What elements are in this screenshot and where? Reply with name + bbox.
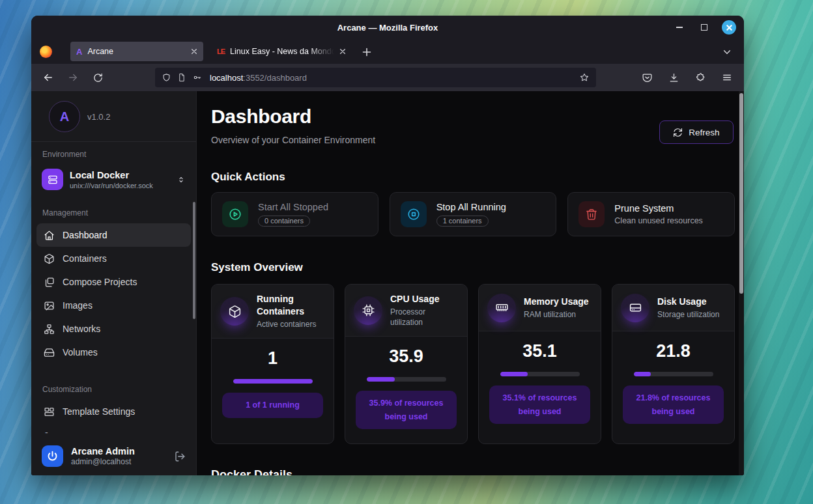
url-host: localhost	[210, 73, 243, 83]
desktop-wallpaper: Arcane — Mozilla Firefox A Arcane	[0, 0, 813, 504]
tab-close-icon[interactable]	[191, 48, 197, 55]
minimize-button[interactable]	[672, 20, 687, 35]
forward-button[interactable]	[65, 70, 81, 85]
stat-value: 1	[268, 348, 278, 369]
arcane-favicon-icon: A	[76, 48, 82, 56]
sidebar-item-compose-projects[interactable]: Compose Projects	[36, 270, 191, 294]
tab-close-icon[interactable]	[339, 48, 346, 55]
stat-pill: 21.8% of resources being used	[623, 385, 724, 424]
back-button[interactable]	[40, 70, 56, 85]
management-section-label: Management	[31, 201, 196, 223]
window-titlebar: Arcane — Mozilla Firefox	[31, 16, 744, 39]
arrow-right-icon	[67, 72, 79, 83]
stat-subtitle: Active containers	[257, 319, 325, 329]
stop-all-running-button[interactable]: Stop All Running 1 containers	[390, 192, 557, 236]
sidebar-item-volumes[interactable]: Volumes	[36, 341, 191, 364]
refresh-icon	[673, 128, 683, 137]
sidebar-item-template-settings[interactable]: Template Settings	[36, 400, 191, 423]
refresh-button[interactable]: Refresh	[659, 120, 734, 144]
chevrons-up-down-icon	[177, 175, 188, 184]
box-icon	[220, 297, 249, 326]
sidebar-item-label: Containers	[63, 253, 107, 264]
start-all-stopped-button[interactable]: Start All Stopped 0 containers	[211, 192, 378, 236]
quick-actions-heading: Quick Actions	[211, 171, 735, 184]
url-bar[interactable]: localhost:3552/dashboard	[155, 68, 596, 87]
user-info: Arcane Admin admin@localhost	[71, 446, 166, 466]
progress-fill	[634, 372, 651, 376]
stat-titles: CPU Usage Processor utilization	[390, 293, 459, 328]
sidebar-item-label: Compose Projects	[63, 277, 137, 287]
cpu-icon	[354, 296, 382, 325]
quick-actions-row: Start All Stopped 0 containers Stop All …	[211, 192, 735, 236]
stat-pill: 35.9% of resources being used	[356, 391, 457, 429]
menu-hamburger-icon[interactable]	[719, 70, 735, 85]
tab-arcane[interactable]: A Arcane	[70, 42, 203, 61]
bookmark-star-icon[interactable]	[579, 72, 590, 83]
pocket-icon[interactable]	[639, 70, 655, 85]
progress-fill	[233, 379, 313, 384]
customization-section-label: Customization	[31, 377, 196, 400]
stat-header: Running Containers Active containers	[212, 285, 334, 339]
stat-header: Memory Usage RAM utilization	[479, 285, 601, 331]
key-icon[interactable]	[192, 72, 203, 83]
action-title: Prune System	[614, 203, 703, 214]
page-info-icon[interactable]	[177, 73, 186, 82]
arcane-logo-icon: A	[49, 101, 80, 132]
environment-name: Local Docker	[70, 170, 170, 180]
stat-title: Running Containers	[257, 293, 325, 318]
reload-icon	[93, 72, 104, 83]
environment-selector[interactable]: Local Docker unix:///var/run/docker.sock	[31, 165, 196, 194]
app-logo-row: A v1.0.2	[31, 101, 196, 132]
sidebar-scrollbar[interactable]	[193, 202, 195, 319]
environment-info: Local Docker unix:///var/run/docker.sock	[70, 170, 170, 189]
page-content: A v1.0.2 Environment Local Docker unix:/…	[31, 91, 744, 475]
sidebar: A v1.0.2 Environment Local Docker unix:/…	[31, 91, 197, 475]
stat-titles: Memory Usage RAM utilization	[524, 296, 589, 320]
stat-title: CPU Usage	[390, 293, 459, 305]
stat-subtitle: Processor utilization	[390, 307, 459, 328]
dashboard-main: Dashboard Overview of your Container Env…	[197, 91, 744, 475]
logout-icon[interactable]	[174, 451, 187, 462]
maximize-button[interactable]	[697, 20, 711, 35]
stat-value: 21.8	[656, 341, 691, 361]
action-title: Stop All Running	[436, 202, 506, 212]
home-icon	[44, 230, 55, 241]
reload-button[interactable]	[90, 70, 106, 85]
url-path: :3552/dashboard	[243, 73, 307, 83]
progress-fill	[367, 377, 395, 382]
downloads-icon[interactable]	[666, 70, 681, 85]
memory-icon	[487, 294, 516, 322]
stat-body: 35.9 35.9% of resources being used	[345, 337, 467, 443]
arrow-left-icon	[42, 72, 54, 83]
stat-body: 1 1 of 1 running	[212, 339, 334, 443]
sidebar-item-images[interactable]: Images	[36, 294, 191, 317]
navigation-toolbar: localhost:3552/dashboard	[31, 64, 744, 91]
list-all-tabs-button[interactable]	[719, 44, 735, 60]
action-title: Start All Stopped	[258, 202, 328, 212]
containers-count-badge: 1 containers	[436, 216, 489, 227]
stat-subtitle: Storage utilization	[657, 309, 719, 320]
close-icon	[726, 24, 733, 31]
stat-value: 35.1	[522, 341, 557, 361]
new-tab-button[interactable]	[359, 44, 375, 60]
sidebar-item-dashboard[interactable]: Dashboard	[36, 223, 191, 247]
tab-linux-easy[interactable]: LE Linux Easy - News da Mondo	[211, 42, 352, 61]
prune-system-button[interactable]: Prune System Clean unused resources	[567, 192, 735, 236]
close-button[interactable]	[722, 20, 736, 35]
extensions-puzzle-icon[interactable]	[692, 70, 708, 85]
layout-template-icon	[44, 406, 55, 417]
sidebar-item-networks[interactable]: Networks	[36, 317, 191, 341]
system-overview-row: Running Containers Active containers 1 1…	[211, 284, 735, 444]
stat-pill: 1 of 1 running	[222, 393, 323, 418]
window-controls	[672, 16, 736, 39]
sidebar-item-containers[interactable]: Containers	[36, 247, 191, 270]
user-profile[interactable]: Arcane Admin admin@localhost	[42, 445, 187, 467]
copy-layers-icon	[44, 277, 55, 288]
action-text: Stop All Running 1 containers	[436, 202, 506, 227]
shield-icon[interactable]	[162, 73, 171, 83]
package-icon	[44, 253, 55, 264]
scrollbar-thumb[interactable]	[739, 93, 743, 294]
server-icon	[42, 169, 63, 190]
environment-section-label: Environment	[31, 142, 196, 165]
stat-body: 21.8 21.8% of resources being used	[612, 331, 734, 443]
